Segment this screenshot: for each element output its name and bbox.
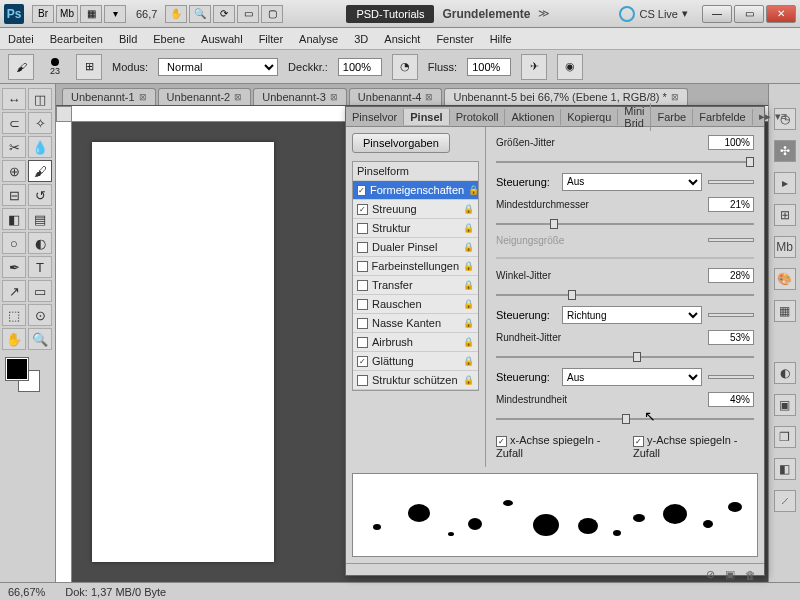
groessen-jitter-value[interactable]: 100%	[708, 135, 754, 150]
pen-tool[interactable]: ✒	[2, 256, 26, 278]
zoom-dropdown[interactable]: ▾	[104, 5, 126, 23]
tb-screen[interactable]: ▢	[261, 5, 283, 23]
lock-icon[interactable]: 🔒	[463, 242, 474, 252]
zoom-tool[interactable]: 🔍	[28, 328, 52, 350]
crop-tool[interactable]: ✂	[2, 136, 26, 158]
close-button[interactable]: ✕	[766, 5, 796, 23]
close-icon[interactable]: ⊠	[234, 92, 242, 102]
lasso-tool[interactable]: ⊂	[2, 112, 26, 134]
panel-icon-layers[interactable]: ❐	[774, 426, 796, 448]
winkel-value[interactable]: 28%	[708, 268, 754, 283]
shape-tool[interactable]: ▭	[28, 280, 52, 302]
panel-icon-paths[interactable]: ⟋	[774, 490, 796, 512]
tab-farbe[interactable]: Farbe	[651, 109, 693, 125]
menu-bearbeiten[interactable]: Bearbeiten	[50, 33, 103, 45]
item-dualer-pinsel[interactable]: Dualer Pinsel🔒	[353, 238, 478, 257]
item-farbeinstellungen[interactable]: Farbeinstellungen🔒	[353, 257, 478, 276]
eyedrop-tool[interactable]: 💧	[28, 136, 52, 158]
menu-ansicht[interactable]: Ansicht	[384, 33, 420, 45]
item-glaettung[interactable]: ✓Glättung🔒	[353, 352, 478, 371]
panel-icon-swatches[interactable]: ▦	[774, 300, 796, 322]
tab-pinsel[interactable]: Pinsel	[404, 109, 449, 125]
color-swatches[interactable]	[2, 358, 53, 398]
deckkr-input[interactable]	[338, 58, 382, 76]
mindest-slider[interactable]	[496, 218, 754, 227]
menu-filter[interactable]: Filter	[259, 33, 283, 45]
airbrush-icon[interactable]: ✈	[521, 54, 547, 80]
item-transfer[interactable]: Transfer🔒	[353, 276, 478, 295]
fluss-input[interactable]	[467, 58, 511, 76]
tab-protokoll[interactable]: Protokoll	[450, 109, 506, 125]
brush-preview[interactable]: 23	[44, 58, 66, 76]
xachse-checkbox[interactable]: ✓x-Achse spiegeln - Zufall	[496, 434, 617, 459]
path-tool[interactable]: ↗	[2, 280, 26, 302]
tb-rotate[interactable]: ⟳	[213, 5, 235, 23]
gradient-tool[interactable]: ▤	[28, 208, 52, 230]
close-icon[interactable]: ⊠	[139, 92, 147, 102]
item-nasse-kanten[interactable]: Nasse Kanten🔒	[353, 314, 478, 333]
lock-icon[interactable]: 🔒	[463, 204, 474, 214]
lock-icon[interactable]: 🔒	[463, 280, 474, 290]
panel-icon-channels[interactable]: ◧	[774, 458, 796, 480]
menu-auswahl[interactable]: Auswahl	[201, 33, 243, 45]
workspace-more[interactable]: ≫	[538, 7, 550, 20]
steuerung-select-1[interactable]: Aus	[562, 173, 702, 191]
maximize-button[interactable]: ▭	[734, 5, 764, 23]
panel-menu-icon[interactable]: ▾≡	[775, 110, 787, 123]
rundheit-slider[interactable]	[496, 351, 754, 360]
minibridge-button[interactable]: Mb	[56, 5, 78, 23]
lock-icon[interactable]: 🔒	[463, 375, 474, 385]
toggle-preview-icon[interactable]: ⊘	[706, 568, 715, 581]
stamp-tool[interactable]: ⊟	[2, 184, 26, 206]
tab-farbfelde[interactable]: Farbfelde	[693, 109, 752, 125]
panel-icon-adjust[interactable]: ◐	[774, 362, 796, 384]
item-streuung[interactable]: ✓Streuung🔒	[353, 200, 478, 219]
close-icon[interactable]: ⊠	[425, 92, 433, 102]
fg-color[interactable]	[6, 358, 28, 380]
panel-icon-actions[interactable]: ▸	[774, 172, 796, 194]
lock-icon[interactable]: 🔒	[463, 337, 474, 347]
viewmode-button[interactable]: ▦	[80, 5, 102, 23]
tab-pinselvor[interactable]: Pinselvor	[346, 109, 404, 125]
mindestrund-value[interactable]: 49%	[708, 392, 754, 407]
lock-icon[interactable]: 🔒	[463, 223, 474, 233]
tb-arrange[interactable]: ▭	[237, 5, 259, 23]
item-struktur-schuetzen[interactable]: Struktur schützen🔒	[353, 371, 478, 390]
heal-tool[interactable]: ⊕	[2, 160, 26, 182]
workspace-psdtutorials[interactable]: PSD-Tutorials	[346, 5, 434, 23]
dodge-tool[interactable]: ◐	[28, 232, 52, 254]
item-formeigenschaften[interactable]: ✓Formeigenschaften🔒	[353, 181, 478, 200]
doc-tab-2[interactable]: Unbenannt-2⊠	[158, 88, 252, 105]
rundheit-value[interactable]: 53%	[708, 330, 754, 345]
3d-tool[interactable]: ⬚	[2, 304, 26, 326]
groessen-jitter-slider[interactable]	[496, 156, 754, 165]
blur-tool[interactable]: ○	[2, 232, 26, 254]
tab-aktionen[interactable]: Aktionen	[505, 109, 561, 125]
panel-icon-color[interactable]: 🎨	[774, 268, 796, 290]
move-tool[interactable]: ↔	[2, 88, 26, 110]
lock-icon[interactable]: 🔒	[463, 356, 474, 366]
lock-icon[interactable]: 🔒	[463, 299, 474, 309]
menu-bild[interactable]: Bild	[119, 33, 137, 45]
mindestrund-slider[interactable]	[496, 413, 754, 422]
steuerung-select-3[interactable]: Aus	[562, 368, 702, 386]
trash-icon[interactable]: 🗑	[745, 569, 756, 581]
marquee-tool[interactable]: ◫	[28, 88, 52, 110]
status-zoom[interactable]: 66,67%	[8, 586, 45, 598]
doc-tab-1[interactable]: Unbenannt-1⊠	[62, 88, 156, 105]
tabs-scroll-icon[interactable]: ▸▸	[759, 110, 771, 123]
eraser-tool[interactable]: ◧	[2, 208, 26, 230]
wand-tool[interactable]: ✧	[28, 112, 52, 134]
winkel-slider[interactable]	[496, 289, 754, 298]
tab-kopierqu[interactable]: Kopierqu	[561, 109, 618, 125]
new-brush-icon[interactable]: ▣	[725, 568, 735, 581]
brush-panel-toggle[interactable]: ⊞	[76, 54, 102, 80]
close-icon[interactable]: ⊠	[330, 92, 338, 102]
menu-hilfe[interactable]: Hilfe	[490, 33, 512, 45]
menu-analyse[interactable]: Analyse	[299, 33, 338, 45]
size-pressure-icon[interactable]: ◉	[557, 54, 583, 80]
opacity-pressure-icon[interactable]: ◔	[392, 54, 418, 80]
lock-icon[interactable]: 🔒	[463, 261, 474, 271]
cs-live[interactable]: CS Live ▾	[619, 6, 688, 22]
panel-icon-mask[interactable]: ▣	[774, 394, 796, 416]
